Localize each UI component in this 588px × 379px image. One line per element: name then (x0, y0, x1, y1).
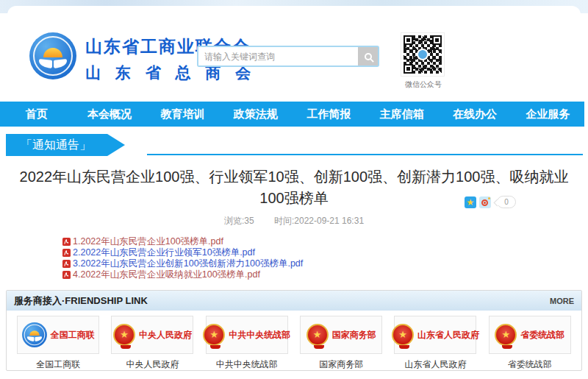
wechat-qr-block: 微信公众号 (401, 32, 446, 90)
list-item: 4.2022年山东民营企业吸纳就业100强榜单.pdf (62, 269, 588, 280)
article-title-wrap: 2022年山东民营企业100强、行业领军10强、创新100强、创新潜力100强、… (7, 166, 581, 209)
section-banner-row: 「通知通告」 (0, 134, 588, 156)
search-box (197, 46, 379, 67)
friend-link-card[interactable]: ★ 国家商务部 (300, 316, 382, 354)
friend-caption: 中央人民政府 (126, 358, 179, 371)
nav-item-chairman-mailbox[interactable]: 主席信箱 (365, 102, 438, 127)
notice-section-banner: 「通知通告」 (6, 134, 125, 156)
pdf-file-icon (62, 271, 71, 279)
federation-logo-icon (29, 32, 76, 79)
friend-link-card[interactable]: ★ 山东省人民政府 (394, 316, 476, 354)
pdf-file-icon (62, 260, 71, 268)
friend-link-acfic: 全国工商联 全国工商联 (11, 316, 105, 371)
logo-book-shape (39, 60, 67, 69)
qr-code-image (401, 32, 445, 77)
friend-link-card[interactable]: ★ 省委统战部 (489, 316, 571, 354)
qr-center-logo-icon (417, 49, 429, 60)
qzone-share-icon[interactable]: ★ (465, 196, 476, 208)
publish-time: 时间:2022-09-21 16:31 (274, 216, 364, 226)
friendship-row: 全国工商联 全国工商联 ★ 中央人民政府 中央人民政府 ★ 中共中央统战部 中共… (7, 311, 581, 371)
weibo-share-icon[interactable] (479, 196, 491, 208)
pdf-file-icon (62, 238, 71, 246)
friend-caption: 中共中央统战部 (216, 358, 278, 371)
friend-caption: 全国工商联 (36, 358, 80, 371)
national-emblem-icon: ★ (495, 324, 517, 346)
attachment-list: 1.2022年山东民营企业100强榜单.pdf 2.2022年山东民营企业行业领… (62, 236, 588, 280)
national-emblem-icon: ★ (203, 324, 225, 346)
qr-finder-icon (432, 35, 442, 45)
views-count: 浏览:35 (224, 216, 254, 226)
weibo-spark-icon (488, 197, 490, 199)
weibo-eye-icon (481, 199, 488, 206)
section-divider-line (147, 154, 583, 155)
national-emblem-icon: ★ (392, 324, 414, 346)
site-header: 山东省工商业联合会 山 东 省 总 商 会 微信公众号 (7, 6, 581, 102)
friend-link-ufwd: ★ 中共中央统战部 中共中央统战部 (200, 316, 294, 371)
nav-item-about[interactable]: 本会概况 (73, 102, 146, 127)
friend-link-card[interactable]: ★ 中共中央统战部 (206, 316, 288, 354)
main-nav: 首页 本会概况 教育培训 政策法规 工作简报 主席信箱 在线办公 企业服务 (0, 102, 584, 127)
friendship-title: 服务商接入·FRIENDSHIP LINK (14, 294, 148, 308)
list-item: 2.2022年山东民营企业行业领军10强榜单.pdf (62, 247, 588, 258)
friend-caption: 国家商务部 (319, 358, 363, 371)
more-link[interactable]: MORE (550, 297, 574, 305)
search-button[interactable] (358, 47, 378, 65)
national-emblem-icon: ★ (306, 324, 329, 346)
nav-item-education[interactable]: 教育培训 (146, 102, 219, 127)
friendship-header: 服务商接入·FRIENDSHIP LINK MORE (7, 291, 581, 311)
friend-link-mofcom: ★ 国家商务部 国家商务部 (294, 316, 388, 371)
friend-link-card[interactable]: ★ 中央人民政府 (111, 316, 193, 354)
nav-item-bulletin[interactable]: 工作简报 (293, 102, 365, 127)
friend-logo-text: 中央人民政府 (139, 329, 192, 341)
pdf-file-icon (62, 249, 71, 257)
friendship-link-section: 服务商接入·FRIENDSHIP LINK MORE 全国工商联 全国工商联 ★… (6, 290, 582, 371)
friend-caption: 山东省人民政府 (404, 358, 466, 371)
qr-finder-icon (404, 35, 413, 45)
search-icon (365, 53, 372, 60)
friend-link-shandong-gov: ★ 山东省人民政府 山东省人民政府 (388, 316, 482, 371)
list-item: 3.2022年山东民营企业创新100强创新潜力100强榜单.pdf (62, 258, 588, 269)
site-logo (29, 32, 78, 81)
nav-item-policy[interactable]: 政策法规 (219, 102, 292, 127)
friend-logo-text: 全国工商联 (51, 329, 95, 341)
acfic-logo-icon (22, 322, 47, 347)
friend-logo-text: 省委统战部 (520, 329, 564, 341)
friend-link-central-gov: ★ 中央人民政府 中央人民政府 (105, 316, 199, 371)
search-input[interactable] (198, 47, 358, 65)
logo-sun-shape (43, 48, 62, 57)
national-emblem-icon: ★ (113, 324, 135, 346)
friend-logo-text: 山东省人民政府 (417, 329, 479, 341)
friend-logo-text: 中共中央统战部 (229, 329, 290, 341)
qr-finder-icon (404, 64, 413, 74)
qr-label: 微信公众号 (401, 79, 446, 90)
article-section: 「通知通告」 2022年山东民营企业100强、行业领军10强、创新100强、创新… (0, 127, 588, 280)
nav-item-online-office[interactable]: 在线办公 (438, 102, 511, 127)
nav-item-enterprise-service[interactable]: 企业服务 (512, 102, 584, 127)
nav-item-home[interactable]: 首页 (0, 102, 73, 127)
friend-link-card[interactable]: 全国工商联 (17, 316, 99, 354)
article-meta: 浏览:35 时间:2022-09-21 16:31 (0, 215, 588, 227)
pdf-attachment-link[interactable]: 4.2022年山东民营企业吸纳就业100强榜单.pdf (73, 269, 260, 281)
friend-logo-text: 国家商务部 (332, 329, 376, 341)
share-row: ★ 0 (465, 196, 516, 208)
friend-caption: 省委统战部 (508, 358, 552, 371)
friend-link-provincial-ufwd: ★ 省委统战部 省委统战部 (483, 316, 577, 371)
page: 山东省工商业联合会 山 东 省 总 商 会 微信公众号 首页 本会概况 教育培训… (0, 0, 588, 379)
comment-count-bubble[interactable]: 0 (497, 196, 516, 208)
list-item: 1.2022年山东民营企业100强榜单.pdf (62, 236, 588, 247)
